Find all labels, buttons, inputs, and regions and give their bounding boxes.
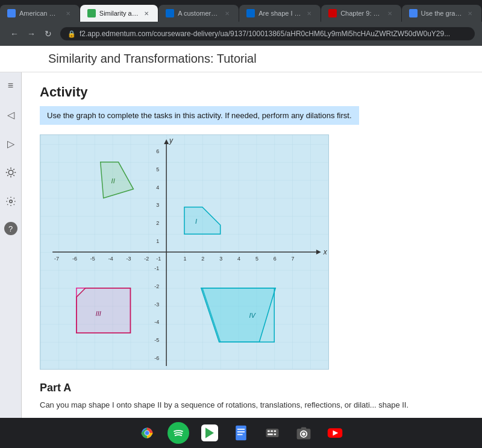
tab-favicon bbox=[246, 9, 255, 17]
svg-text:-2: -2 bbox=[154, 283, 159, 289]
svg-text:3: 3 bbox=[156, 202, 159, 208]
main-area: ≡ ◁ ▷ ? Activity Use the graph to co bbox=[0, 72, 482, 444]
graph-container: x y -7 -6 -5 -4 -3 -2 -1 1 2 3 4 bbox=[40, 134, 329, 370]
svg-text:6: 6 bbox=[274, 256, 277, 262]
svg-rect-54 bbox=[236, 426, 246, 441]
tab-close[interactable]: ✕ bbox=[466, 9, 474, 17]
svg-rect-62 bbox=[268, 434, 273, 435]
svg-text:-5: -5 bbox=[154, 337, 159, 343]
sidebar-icon-menu[interactable]: ≡ bbox=[2, 77, 19, 94]
page-content: Similarity and Transformations: Tutorial… bbox=[0, 46, 482, 448]
reload-button[interactable]: ↻ bbox=[41, 27, 55, 41]
svg-text:II: II bbox=[111, 177, 115, 185]
sidebar-icon-question[interactable]: ? bbox=[4, 222, 17, 235]
svg-text:2: 2 bbox=[156, 220, 159, 226]
taskbar-camera[interactable] bbox=[293, 422, 315, 444]
tab-favicon bbox=[409, 9, 418, 17]
instruction-text: Use the graph to complete the tasks in t… bbox=[47, 111, 352, 120]
taskbar-chrome[interactable] bbox=[136, 422, 158, 444]
tab-american[interactable]: American Sch ✕ bbox=[0, 5, 80, 22]
svg-text:6: 6 bbox=[156, 148, 159, 154]
page-title-bar: Similarity and Transformations: Tutorial bbox=[0, 46, 482, 72]
svg-rect-55 bbox=[237, 429, 245, 430]
tab-chapter9[interactable]: Chapter 9: Ge ✕ bbox=[321, 5, 401, 22]
tab-favicon bbox=[166, 9, 174, 17]
url-bar[interactable]: 🔒 f2.app.edmentum.com/courseware-deliver… bbox=[60, 27, 475, 40]
svg-rect-56 bbox=[237, 431, 245, 432]
svg-text:IV: IV bbox=[249, 312, 256, 319]
svg-text:III: III bbox=[96, 310, 101, 317]
svg-text:3: 3 bbox=[219, 256, 222, 262]
taskbar-docs[interactable] bbox=[230, 422, 252, 444]
svg-text:5: 5 bbox=[255, 256, 258, 262]
address-bar: ← → ↻ 🔒 f2.app.edmentum.com/courseware-d… bbox=[0, 22, 482, 46]
svg-text:x: x bbox=[323, 248, 328, 256]
svg-rect-63 bbox=[274, 434, 277, 435]
tab-label: Chapter 9: Ge bbox=[340, 10, 381, 17]
tab-usegraph[interactable]: Use the graph ✕ bbox=[402, 5, 481, 22]
tab-label: Similarity and bbox=[99, 10, 139, 17]
page-title: Similarity and Transformations: Tutorial bbox=[48, 52, 257, 65]
tab-similarity[interactable]: Similarity and ✕ bbox=[80, 5, 158, 22]
svg-text:-1: -1 bbox=[154, 265, 159, 271]
svg-rect-67 bbox=[301, 427, 307, 429]
tab-close[interactable]: ✕ bbox=[223, 9, 231, 17]
sidebar-icon-forward[interactable]: ▷ bbox=[2, 135, 19, 152]
taskbar-play[interactable] bbox=[199, 422, 221, 444]
svg-text:7: 7 bbox=[292, 256, 295, 262]
svg-text:-2: -2 bbox=[144, 256, 149, 262]
svg-text:-6: -6 bbox=[72, 256, 77, 262]
tab-shapes[interactable]: Are shape I an ✕ bbox=[239, 5, 321, 22]
tab-label: A customer co bbox=[178, 10, 219, 17]
taskbar-keyboard[interactable] bbox=[261, 422, 283, 444]
svg-text:1: 1 bbox=[156, 238, 159, 244]
tab-close[interactable]: ✕ bbox=[64, 9, 72, 17]
svg-rect-59 bbox=[268, 431, 270, 432]
svg-rect-60 bbox=[271, 431, 273, 432]
svg-text:-7: -7 bbox=[54, 256, 59, 262]
tabs-bar: American Sch ✕ Similarity and ✕ A custom… bbox=[0, 0, 482, 22]
svg-text:-4: -4 bbox=[108, 256, 113, 262]
svg-rect-61 bbox=[274, 431, 277, 432]
svg-point-1 bbox=[9, 200, 12, 203]
tab-favicon bbox=[87, 9, 96, 17]
tab-customer[interactable]: A customer co ✕ bbox=[158, 5, 239, 22]
svg-text:y: y bbox=[169, 136, 174, 145]
content-area: Activity Use the graph to complete the t… bbox=[22, 72, 482, 444]
nav-buttons: ← → ↻ bbox=[7, 27, 55, 41]
svg-text:4: 4 bbox=[156, 185, 159, 191]
svg-point-66 bbox=[302, 432, 305, 435]
activity-title: Activity bbox=[40, 84, 464, 100]
tab-favicon bbox=[328, 9, 337, 17]
part-a-text: Can you map shape I onto shape II by a s… bbox=[40, 399, 464, 411]
browser-chrome: American Sch ✕ Similarity and ✕ A custom… bbox=[0, 0, 482, 46]
tab-label: Use the graph bbox=[421, 10, 462, 17]
sidebar-icon-back[interactable]: ◁ bbox=[2, 106, 19, 123]
svg-text:-4: -4 bbox=[154, 319, 159, 325]
tab-label: Are shape I an bbox=[258, 10, 301, 17]
taskbar-spotify[interactable] bbox=[167, 422, 189, 444]
svg-text:-3: -3 bbox=[127, 256, 131, 262]
svg-text:5: 5 bbox=[156, 166, 159, 172]
svg-text:1: 1 bbox=[184, 256, 187, 262]
svg-text:4: 4 bbox=[237, 256, 240, 262]
lock-icon: 🔒 bbox=[67, 30, 76, 38]
svg-point-50 bbox=[145, 431, 149, 435]
tab-close[interactable]: ✕ bbox=[386, 9, 394, 17]
taskbar bbox=[0, 418, 482, 448]
part-a-title: Part A bbox=[40, 382, 464, 394]
graph-svg: x y -7 -6 -5 -4 -3 -2 -1 1 2 3 4 bbox=[40, 135, 328, 369]
tab-close[interactable]: ✕ bbox=[305, 9, 313, 17]
back-button[interactable]: ← bbox=[7, 27, 22, 41]
sidebar-icon-settings[interactable] bbox=[2, 193, 19, 210]
sidebar: ≡ ◁ ▷ ? bbox=[0, 72, 22, 444]
sidebar-icon-audio[interactable] bbox=[2, 164, 19, 181]
svg-text:-1: -1 bbox=[156, 256, 161, 262]
svg-text:I: I bbox=[195, 218, 197, 225]
forward-button[interactable]: → bbox=[24, 27, 39, 41]
taskbar-youtube[interactable] bbox=[324, 422, 346, 444]
svg-rect-57 bbox=[237, 434, 243, 435]
svg-rect-58 bbox=[266, 429, 279, 437]
tab-close[interactable]: ✕ bbox=[142, 9, 151, 17]
svg-text:-3: -3 bbox=[154, 301, 159, 308]
